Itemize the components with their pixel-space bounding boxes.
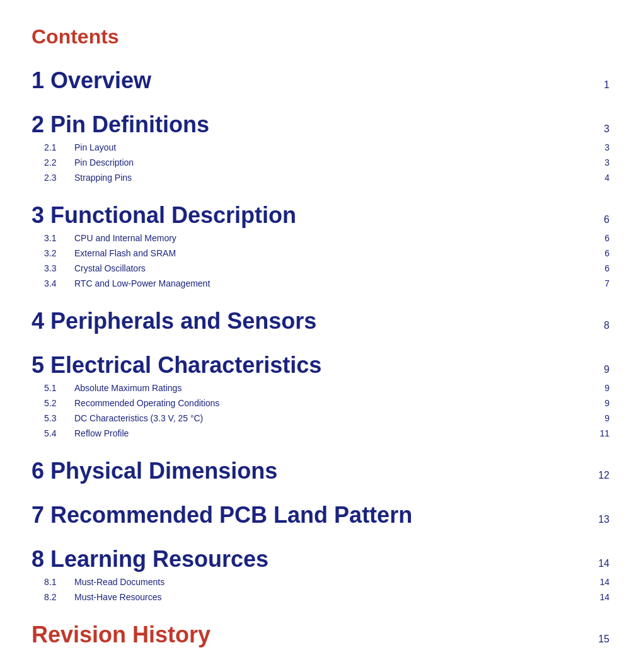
section-5[interactable]: 5 Electrical Characteristics9	[32, 352, 609, 379]
subsection-title-5-2: Recommended Operating Conditions	[74, 398, 219, 408]
subsection-5-2[interactable]: 5.2Recommended Operating Conditions9	[32, 396, 609, 410]
revision-history-page: 15	[598, 634, 609, 645]
subsection-num-5-4: 5.4	[44, 428, 62, 438]
subsection-title-2-3: Strapping Pins	[74, 173, 132, 183]
subsection-num-5-2: 5.2	[44, 398, 62, 408]
subsection-3-3[interactable]: 3.3Crystal Oscillators6	[32, 261, 609, 275]
subsection-8-2[interactable]: 8.2Must-Have Resources14	[32, 590, 609, 604]
subsection-5-4[interactable]: 5.4Reflow Profile11	[32, 426, 609, 440]
section-page-1: 1	[604, 79, 609, 91]
section-title-2: 2 Pin Definitions	[32, 111, 209, 138]
subsection-num-3-1: 3.1	[44, 233, 62, 243]
section-page-2: 3	[604, 123, 609, 135]
subsection-title-2-2: Pin Description	[74, 157, 134, 168]
subsection-title-8-1: Must-Read Documents	[74, 577, 165, 587]
section-page-5: 9	[604, 364, 609, 375]
subsection-page-5-4: 11	[599, 428, 609, 438]
subsection-num-2-3: 2.3	[44, 173, 62, 183]
subsection-3-2[interactable]: 3.2External Flash and SRAM6	[32, 246, 609, 260]
subsection-num-2-2: 2.2	[44, 157, 62, 168]
section-page-7: 13	[598, 514, 609, 525]
section-1[interactable]: 1 Overview1	[32, 67, 609, 94]
subsection-page-5-2: 9	[604, 398, 609, 408]
section-title-8: 8 Learning Resources	[32, 546, 269, 572]
subsection-2-2[interactable]: 2.2Pin Description3	[32, 156, 609, 169]
subsection-page-3-4: 7	[604, 278, 609, 288]
section-6[interactable]: 6 Physical Dimensions12	[32, 458, 609, 484]
section-7[interactable]: 7 Recommended PCB Land Pattern13	[32, 502, 609, 528]
subsection-title-3-4: RTC and Low-Power Management	[74, 278, 210, 288]
subsection-title-3-2: External Flash and SRAM	[74, 248, 176, 258]
section-3[interactable]: 3 Functional Description6	[32, 202, 609, 229]
subsection-3-1[interactable]: 3.1CPU and Internal Memory6	[32, 231, 609, 245]
subsection-page-3-3: 6	[604, 263, 609, 273]
subsection-num-3-4: 3.4	[44, 278, 62, 288]
section-title-3: 3 Functional Description	[32, 202, 296, 229]
subsection-title-8-2: Must-Have Resources	[74, 592, 162, 602]
subsection-8-1[interactable]: 8.1Must-Read Documents14	[32, 575, 609, 589]
section-page-4: 8	[604, 320, 609, 331]
subsection-title-3-3: Crystal Oscillators	[74, 263, 146, 273]
subsection-page-3-1: 6	[604, 233, 609, 243]
revision-history-entry[interactable]: Revision History 15	[32, 622, 609, 648]
subsection-title-2-1: Pin Layout	[74, 142, 116, 152]
subsection-2-1[interactable]: 2.1Pin Layout3	[32, 140, 609, 154]
section-page-6: 12	[598, 470, 609, 481]
section-2[interactable]: 2 Pin Definitions3	[32, 111, 609, 138]
section-title-7: 7 Recommended PCB Land Pattern	[32, 502, 412, 528]
subsection-num-5-1: 5.1	[44, 383, 62, 393]
section-title-1: 1 Overview	[32, 67, 151, 94]
subsection-2-3[interactable]: 2.3Strapping Pins4	[32, 171, 609, 185]
subsection-num-8-2: 8.2	[44, 592, 62, 602]
section-8[interactable]: 8 Learning Resources14	[32, 546, 609, 572]
subsection-page-2-3: 4	[604, 173, 609, 183]
section-title-6: 6 Physical Dimensions	[32, 458, 277, 484]
subsection-5-3[interactable]: 5.3DC Characteristics (3.3 V, 25 °C)9	[32, 411, 609, 425]
section-4[interactable]: 4 Peripherals and Sensors8	[32, 308, 609, 334]
subsection-page-5-3: 9	[604, 413, 609, 423]
subsection-page-3-2: 6	[604, 248, 609, 258]
subsection-title-5-4: Reflow Profile	[74, 428, 129, 438]
subsection-page-8-2: 14	[599, 592, 609, 602]
subsection-page-5-1: 9	[604, 383, 609, 393]
section-page-8: 14	[598, 558, 609, 569]
subsection-title-3-1: CPU and Internal Memory	[74, 233, 176, 243]
subsection-title-5-1: Absolute Maximum Ratings	[74, 383, 182, 393]
toc-container: 1 Overview12 Pin Definitions32.1Pin Layo…	[32, 67, 609, 604]
subsection-title-5-3: DC Characteristics (3.3 V, 25 °C)	[74, 413, 203, 423]
subsection-num-5-3: 5.3	[44, 413, 62, 423]
section-title-4: 4 Peripherals and Sensors	[32, 308, 316, 334]
subsection-page-2-1: 3	[604, 142, 609, 152]
subsection-num-3-3: 3.3	[44, 263, 62, 273]
section-page-3: 6	[604, 214, 609, 225]
subsection-3-4[interactable]: 3.4RTC and Low-Power Management7	[32, 276, 609, 290]
subsection-page-2-2: 3	[604, 157, 609, 168]
subsection-num-2-1: 2.1	[44, 142, 62, 152]
subsection-5-1[interactable]: 5.1Absolute Maximum Ratings9	[32, 381, 609, 395]
page-title: Contents	[32, 25, 609, 48]
revision-history-title: Revision History	[32, 622, 211, 648]
subsection-num-3-2: 3.2	[44, 248, 62, 258]
subsection-num-8-1: 8.1	[44, 577, 62, 587]
section-title-5: 5 Electrical Characteristics	[32, 352, 321, 379]
subsection-page-8-1: 14	[599, 577, 609, 587]
